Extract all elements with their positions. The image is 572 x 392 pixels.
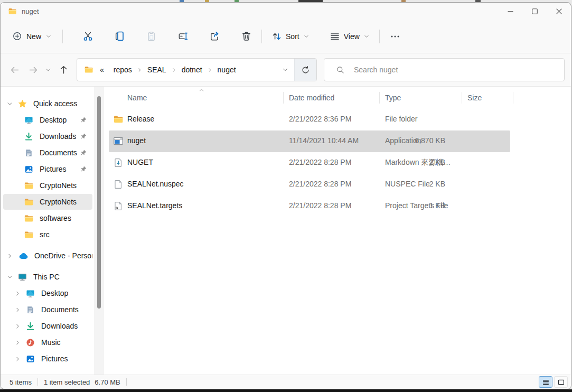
up-button[interactable] (54, 61, 72, 79)
address-bar[interactable]: « repos SEAL dotnet nuget (77, 58, 317, 81)
titlebar[interactable]: nuget (1, 3, 571, 20)
sidebar-item-pc-desktop[interactable]: Desktop (3, 285, 92, 301)
plus-circle-icon (12, 31, 22, 41)
file-row-sealnet-nuspec[interactable]: SEALNet.nuspec 2/21/2022 8:28 PM NUSPEC … (109, 174, 510, 195)
chevron-right-icon[interactable] (137, 67, 143, 73)
download-arrow-icon (24, 132, 34, 142)
delete-button[interactable] (235, 26, 257, 46)
folder-icon (84, 65, 93, 74)
folder-icon (113, 114, 124, 125)
command-toolbar: New (1, 20, 571, 53)
paste-button[interactable] (140, 26, 162, 46)
chevron-down-icon[interactable] (6, 100, 13, 107)
sidebar-item-label: OneDrive - Person (34, 251, 92, 260)
sidebar-item-onedrive[interactable]: OneDrive - Person (3, 248, 92, 264)
new-button[interactable]: New (6, 26, 58, 46)
column-header-size[interactable]: Size (467, 94, 482, 102)
sidebar-item-cryptonets[interactable]: CryptoNets (3, 178, 92, 193)
breadcrumb-item[interactable]: repos (112, 66, 133, 74)
file-icon (113, 179, 124, 190)
view-lines-icon (330, 31, 340, 42)
sidebar-scrollbar[interactable] (94, 87, 104, 375)
details-view-button[interactable] (539, 376, 552, 388)
sidebar-item-label: Documents (40, 148, 77, 157)
sidebar-item-cryptonets-selected[interactable]: CryptoNets (3, 194, 92, 210)
column-header-name[interactable]: Name (127, 94, 147, 102)
search-icon (336, 66, 345, 74)
search-input[interactable]: Search nuget (324, 58, 565, 81)
folder-icon (8, 7, 17, 16)
file-size: 1 KB (429, 201, 445, 210)
sidebar-item-label: Documents (41, 305, 79, 314)
view-button[interactable]: View (324, 26, 375, 46)
file-row-sealnet-targets[interactable]: SEALNet.targets 2/21/2022 8:28 PM Projec… (109, 195, 510, 217)
desktop-icon (24, 115, 34, 125)
file-type: NUSPEC File (385, 180, 464, 188)
sidebar-item-quick-access[interactable]: Quick access (3, 96, 92, 111)
chevron-right-icon[interactable] (14, 306, 21, 313)
sidebar-item-pc-music[interactable]: Music (3, 334, 92, 350)
sidebar-item-this-pc[interactable]: This PC (3, 269, 92, 285)
pin-icon (80, 165, 87, 173)
file-name: SEALNet.targets (127, 201, 182, 210)
folder-icon (24, 213, 34, 223)
sidebar-item-documents[interactable]: Documents (3, 145, 92, 161)
icons-view-button[interactable] (554, 376, 568, 388)
clipboard-icon (146, 31, 157, 42)
sidebar-item-pc-documents[interactable]: Documents (3, 302, 92, 318)
sidebar-item-pc-downloads[interactable]: Downloads (3, 318, 92, 334)
maximize-button[interactable] (522, 3, 547, 20)
sidebar-item-label: softwares (40, 214, 71, 222)
sidebar-item-src[interactable]: src (3, 227, 92, 242)
sidebar-item-pc-pictures[interactable]: Pictures (3, 351, 92, 367)
chevron-right-icon[interactable] (6, 253, 13, 259)
recent-locations-button[interactable] (42, 61, 54, 79)
minimize-button[interactable] (498, 3, 522, 20)
rename-icon (177, 31, 189, 42)
back-button[interactable] (6, 61, 24, 79)
chevron-right-icon[interactable] (14, 339, 21, 346)
breadcrumb-item[interactable]: dotnet (181, 66, 203, 74)
toolbar-divider (261, 30, 262, 43)
chevron-down-icon[interactable] (6, 274, 13, 281)
file-name: SEALNet.nuspec (127, 180, 184, 188)
sort-button[interactable]: Sort (266, 26, 315, 46)
chevron-right-icon[interactable] (171, 67, 177, 73)
sidebar-item-label: Downloads (40, 132, 76, 141)
sidebar-item-softwares[interactable]: softwares (3, 210, 92, 226)
column-header-type[interactable]: Type (385, 94, 401, 102)
sidebar-item-desktop[interactable]: Desktop (3, 112, 92, 128)
breadcrumb-overflow[interactable]: « (99, 66, 105, 74)
content-area: Quick access Desktop Downloads Documents… (1, 87, 571, 375)
ellipsis-icon (390, 31, 400, 42)
toolbar-divider (379, 30, 380, 43)
more-options-button[interactable] (384, 26, 406, 46)
file-row-release[interactable]: Release 2/21/2022 8:36 PM File folder (109, 109, 510, 130)
address-dropdown-button[interactable] (276, 66, 294, 73)
chevron-right-icon[interactable] (14, 323, 21, 330)
file-row-nuget-selected[interactable]: nuget 11/14/2021 10:44 AM Application 6,… (109, 130, 510, 152)
chevron-right-icon[interactable] (207, 67, 213, 73)
cut-button[interactable] (77, 26, 99, 46)
breadcrumb-item[interactable]: SEAL (146, 66, 167, 74)
status-divider (126, 378, 127, 386)
breadcrumb-item[interactable]: nuget (217, 66, 237, 74)
share-button[interactable] (203, 26, 226, 46)
chevron-right-icon[interactable] (14, 356, 21, 362)
chevron-down-icon (303, 33, 310, 40)
file-row-nuget-md[interactable]: NUGET 2/21/2022 8:28 PM Markdown 來源檔… 2 … (109, 152, 510, 174)
column-header-date-modified[interactable]: Date modified (289, 94, 334, 102)
rename-button[interactable] (172, 26, 194, 46)
forward-button[interactable] (24, 61, 42, 79)
copy-button[interactable] (108, 26, 130, 46)
chevron-right-icon[interactable] (14, 290, 21, 297)
sidebar-item-label: CryptoNets (40, 181, 77, 190)
search-placeholder: Search nuget (354, 66, 398, 74)
refresh-button[interactable] (294, 59, 316, 81)
sidebar-item-downloads[interactable]: Downloads (3, 128, 92, 144)
sidebar-item-pictures[interactable]: Pictures (3, 161, 92, 177)
window-title: nuget (22, 7, 39, 15)
close-button[interactable] (547, 3, 571, 20)
scrollbar-thumb[interactable] (97, 96, 101, 309)
navigation-pane: Quick access Desktop Downloads Documents… (1, 87, 94, 375)
